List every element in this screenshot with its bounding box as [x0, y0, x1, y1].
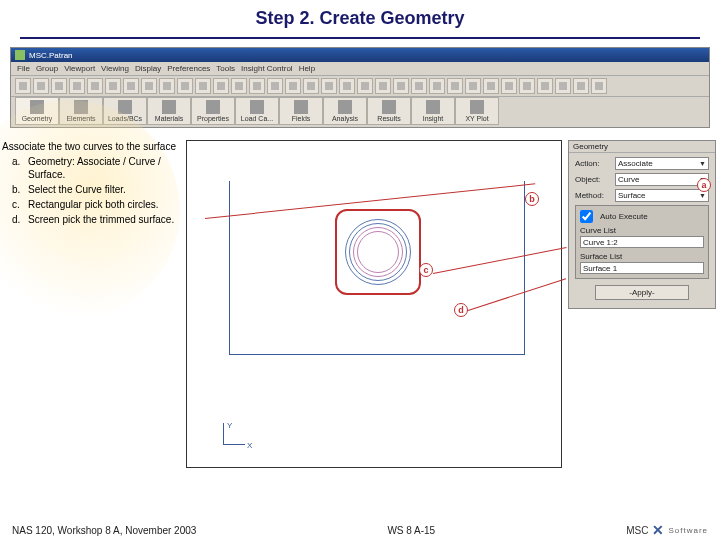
object-label: Object:: [575, 175, 611, 184]
titlebar: MSC.Patran: [11, 48, 709, 62]
tab-materials[interactable]: Materials: [147, 97, 191, 125]
menu-group[interactable]: Group: [36, 64, 58, 73]
toolbar-icon[interactable]: [519, 78, 535, 94]
app-title: MSC.Patran: [29, 51, 73, 60]
fields-icon: [294, 100, 308, 114]
loadcases-icon: [250, 100, 264, 114]
geometry-icon: [30, 100, 44, 114]
tab-loadcases[interactable]: Load Ca...: [235, 97, 279, 125]
main-tabs: Geometry Elements Loads/BCs Materials Pr…: [11, 97, 709, 127]
chevron-down-icon: ▼: [699, 160, 706, 167]
tab-results[interactable]: Results: [367, 97, 411, 125]
toolbar-icon[interactable]: [141, 78, 157, 94]
model-viewport[interactable]: Y X: [186, 140, 562, 468]
callout-b: b: [525, 192, 539, 206]
toolbar-icon[interactable]: [15, 78, 31, 94]
toolbar-icon[interactable]: [555, 78, 571, 94]
loads-icon: [118, 100, 132, 114]
toolbar-icon[interactable]: [267, 78, 283, 94]
instructions: Associate the two curves to the surface …: [2, 140, 182, 228]
menu-help[interactable]: Help: [299, 64, 315, 73]
menu-preferences[interactable]: Preferences: [167, 64, 210, 73]
toolbar-icon[interactable]: [303, 78, 319, 94]
action-select[interactable]: Associate▼: [615, 157, 709, 170]
method-select[interactable]: Surface▼: [615, 189, 709, 202]
toolbar-icon[interactable]: [195, 78, 211, 94]
tab-geometry[interactable]: Geometry: [15, 97, 59, 125]
menu-display[interactable]: Display: [135, 64, 161, 73]
toolbar-icon[interactable]: [447, 78, 463, 94]
toolbar-icon[interactable]: [159, 78, 175, 94]
tab-loads[interactable]: Loads/BCs: [103, 97, 147, 125]
toolbar-icon[interactable]: [69, 78, 85, 94]
menu-viewport[interactable]: Viewport: [64, 64, 95, 73]
logo-msc: MSC: [626, 525, 648, 536]
app-logo-icon: [15, 50, 25, 60]
toolbar-icon[interactable]: [537, 78, 553, 94]
callout-a: a: [697, 178, 711, 192]
toolbar-icon[interactable]: [249, 78, 265, 94]
toolbar-icon[interactable]: [357, 78, 373, 94]
slide-header: Step 2. Create Geometry: [0, 0, 720, 33]
toolbar-icon[interactable]: [339, 78, 355, 94]
row-auto-exec: Auto Execute: [580, 210, 704, 223]
object-select[interactable]: Curve▼: [615, 173, 709, 186]
instruction-d: d.Screen pick the trimmed surface.: [12, 213, 182, 226]
menu-viewing[interactable]: Viewing: [101, 64, 129, 73]
menu-tools[interactable]: Tools: [216, 64, 235, 73]
toolbar-icon[interactable]: [483, 78, 499, 94]
curve-list-field[interactable]: Curve 1:2: [580, 236, 704, 248]
toolbar-icon[interactable]: [393, 78, 409, 94]
tab-properties[interactable]: Properties: [191, 97, 235, 125]
toolbar-icon[interactable]: [501, 78, 517, 94]
toolbar-icon[interactable]: [33, 78, 49, 94]
header-rule: [20, 37, 700, 39]
elements-icon: [74, 100, 88, 114]
tab-insight[interactable]: Insight: [411, 97, 455, 125]
callout-c: c: [419, 263, 433, 277]
method-label: Method:: [575, 191, 611, 200]
insight-icon: [426, 100, 440, 114]
toolbar-icon[interactable]: [465, 78, 481, 94]
toolbar-icon[interactable]: [591, 78, 607, 94]
toolbar-icon[interactable]: [321, 78, 337, 94]
logo-x-icon: ✕: [652, 522, 664, 538]
tab-xyplot[interactable]: XY Plot: [455, 97, 499, 125]
toolbar-icon[interactable]: [177, 78, 193, 94]
toolbar-icons: [11, 76, 709, 97]
page-title: Step 2. Create Geometry: [0, 8, 720, 29]
toolbar-icon[interactable]: [573, 78, 589, 94]
materials-icon: [162, 100, 176, 114]
toolbar-icon[interactable]: [51, 78, 67, 94]
chevron-down-icon: ▼: [699, 192, 706, 199]
results-icon: [382, 100, 396, 114]
tab-elements[interactable]: Elements: [59, 97, 103, 125]
analysis-icon: [338, 100, 352, 114]
tab-analysis[interactable]: Analysis: [323, 97, 367, 125]
toolbar-icon[interactable]: [213, 78, 229, 94]
footer-logo: MSC ✕ Software: [626, 522, 708, 538]
menu-insight[interactable]: Insight Control: [241, 64, 293, 73]
toolbar-icon[interactable]: [87, 78, 103, 94]
row-action: Action: Associate▼: [575, 157, 709, 170]
row-method: Method: Surface▼: [575, 189, 709, 202]
geometry-panel: Geometry Action: Associate▼ Object: Curv…: [568, 140, 716, 309]
content-area: Associate the two curves to the surface …: [0, 140, 720, 518]
instructions-list: a.Geometry: Associate / Curve / Surface.…: [2, 155, 182, 226]
menubar: File Group Viewport Viewing Display Pref…: [11, 62, 709, 76]
auto-execute-checkbox[interactable]: [580, 210, 593, 223]
apply-button[interactable]: -Apply-: [595, 285, 689, 300]
toolbar-icon[interactable]: [123, 78, 139, 94]
toolbar-icon[interactable]: [105, 78, 121, 94]
menu-file[interactable]: File: [17, 64, 30, 73]
pick-rectangle: [335, 209, 421, 295]
toolbar-icon[interactable]: [285, 78, 301, 94]
toolbar-icon[interactable]: [231, 78, 247, 94]
panel-options: Auto Execute Curve List Curve 1:2 Surfac…: [575, 205, 709, 279]
tab-fields[interactable]: Fields: [279, 97, 323, 125]
slide-footer: NAS 120, Workshop 8 A, November 2003 WS …: [0, 522, 720, 538]
surface-list-field[interactable]: Surface 1: [580, 262, 704, 274]
toolbar-icon[interactable]: [429, 78, 445, 94]
toolbar-icon[interactable]: [411, 78, 427, 94]
toolbar-icon[interactable]: [375, 78, 391, 94]
